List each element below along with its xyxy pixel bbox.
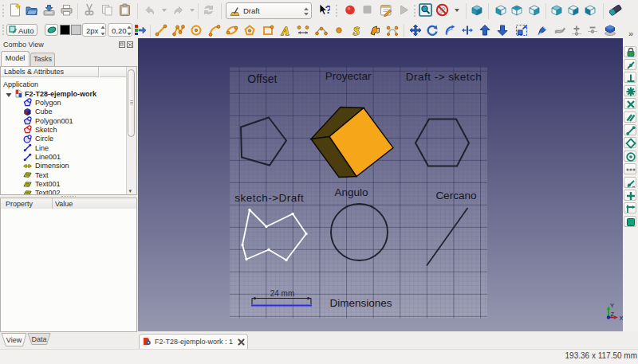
svg-text:Data: Data xyxy=(31,335,46,343)
svg-text:Offset: Offset xyxy=(247,72,277,85)
svg-text:Angulo: Angulo xyxy=(335,186,368,198)
svg-text:sketch->Draft: sketch->Draft xyxy=(234,192,304,204)
svg-text:Cercano: Cercano xyxy=(435,190,476,202)
svg-text:Proyectar: Proyectar xyxy=(325,70,372,82)
svg-text:Draft -> sketch: Draft -> sketch xyxy=(406,71,482,83)
svg-text:Z: Z xyxy=(611,311,615,318)
svg-text:Y: Y xyxy=(610,302,614,309)
svg-text:A: A xyxy=(281,24,289,37)
svg-text:Dimensiones: Dimensiones xyxy=(329,297,392,309)
svg-text:S: S xyxy=(353,24,360,37)
svg-text:View: View xyxy=(6,336,22,344)
svg-text:24 mm: 24 mm xyxy=(270,289,295,298)
